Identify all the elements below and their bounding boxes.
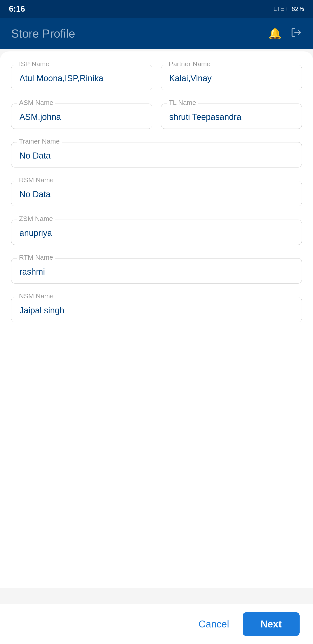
battery-level: 62% [292, 5, 304, 12]
rsm-name-field: RSM Name No Data [11, 181, 302, 206]
tl-name-field: TL Name shruti Teepasandra [161, 104, 302, 129]
asm-name-label: ASM Name [17, 99, 55, 106]
rsm-name-label: RSM Name [17, 176, 56, 184]
cancel-button[interactable]: Cancel [199, 618, 229, 630]
asm-name-value: ASM,johna [19, 110, 144, 122]
status-time: 6:16 [9, 4, 25, 14]
nsm-name-label: NSM Name [17, 292, 56, 300]
header: Store Profile 🔔 [0, 18, 313, 49]
nsm-name-value: Jaipal singh [19, 304, 294, 315]
row-asm-tl: ASM Name ASM,johna TL Name shruti Teepas… [11, 104, 302, 129]
zsm-name-field: ZSM Name anupriya [11, 220, 302, 245]
asm-name-field: ASM Name ASM,johna [11, 104, 152, 129]
rtm-name-label: RTM Name [17, 254, 55, 261]
zsm-name-label: ZSM Name [17, 215, 55, 222]
partner-name-field: Partner Name Kalai,Vinay [161, 65, 302, 90]
zsm-name-value: anupriya [19, 226, 294, 238]
tl-name-label: TL Name [167, 99, 198, 106]
next-button[interactable]: Next [243, 612, 300, 636]
nsm-name-field: NSM Name Jaipal singh [11, 297, 302, 322]
partner-name-value: Kalai,Vinay [169, 72, 294, 83]
isp-name-value: Atul Moona,ISP,Rinika [19, 72, 144, 83]
trainer-name-field: Trainer Name No Data [11, 142, 302, 168]
footer: Cancel Next [0, 604, 313, 644]
rtm-name-field: RTM Name rashmi [11, 258, 302, 284]
logout-icon[interactable] [291, 27, 302, 40]
header-icons: 🔔 [268, 27, 302, 40]
rtm-name-value: rashmi [19, 265, 294, 276]
trainer-name-value: No Data [19, 149, 294, 160]
content-area: ISP Name Atul Moona,ISP,Rinika Partner N… [0, 49, 313, 644]
status-bar: 6:16 LTE+ 62% [0, 0, 313, 18]
bell-icon[interactable]: 🔔 [268, 27, 282, 40]
rsm-name-value: No Data [19, 188, 294, 199]
isp-name-field: ISP Name Atul Moona,ISP,Rinika [11, 65, 152, 90]
tl-name-value: shruti Teepasandra [169, 110, 294, 122]
partner-name-label: Partner Name [167, 60, 213, 68]
form-card: ISP Name Atul Moona,ISP,Rinika Partner N… [0, 52, 313, 588]
row-isp-partner: ISP Name Atul Moona,ISP,Rinika Partner N… [11, 65, 302, 90]
isp-name-label: ISP Name [17, 60, 52, 68]
trainer-name-label: Trainer Name [17, 138, 62, 145]
page-title: Store Profile [11, 27, 75, 40]
status-right: LTE+ 62% [273, 5, 304, 12]
network-icon: LTE+ [273, 5, 288, 12]
